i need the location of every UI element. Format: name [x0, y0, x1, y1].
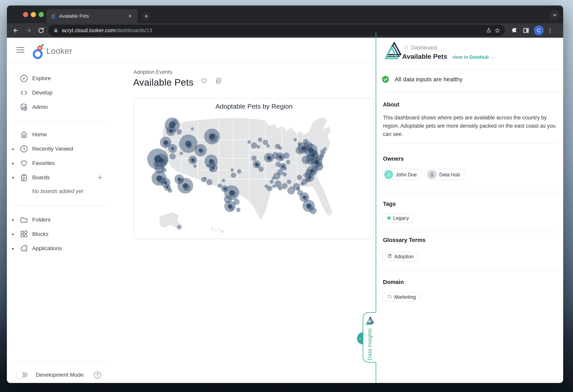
- tab-search-chevron-icon[interactable]: [550, 10, 560, 20]
- hawaii-shape: [211, 228, 224, 233]
- pet-bubble: [303, 196, 306, 199]
- tab-title: Available Pets: [59, 13, 126, 19]
- sidebar-item-label: Blocks: [32, 231, 48, 237]
- owner-pill[interactable]: Data Hub: [426, 169, 466, 180]
- domain-pill[interactable]: Marketing: [382, 292, 421, 302]
- sidebar-item-home[interactable]: Home: [0, 127, 110, 142]
- pet-bubble: [209, 159, 213, 163]
- pet-bubble: [230, 168, 234, 172]
- pet-bubble: [193, 164, 197, 168]
- folder-icon: [20, 215, 28, 224]
- pet-bubble: [218, 184, 222, 188]
- development-mode-toggle[interactable]: [17, 372, 28, 377]
- sidebar-item-label: Favorites: [32, 160, 55, 166]
- sidebar-item-folders[interactable]: ▸Folders: [0, 213, 110, 227]
- sidebar-item-boards[interactable]: ▾Boards+: [0, 170, 110, 185]
- sidebar-item-applications[interactable]: ▸Applications: [0, 241, 110, 255]
- glossary-term-icon: [387, 253, 392, 259]
- owner-pill[interactable]: JJohn Doe: [382, 169, 422, 180]
- pet-bubble: [297, 175, 302, 180]
- puzzle-icon: [20, 244, 28, 253]
- pet-bubble: [283, 152, 289, 159]
- sidebar-item-explore[interactable]: Explore: [0, 71, 110, 86]
- us-bubble-map[interactable]: [146, 113, 365, 236]
- pet-bubble: [308, 176, 312, 179]
- code-icon: [20, 88, 28, 97]
- pet-bubble: [185, 141, 192, 147]
- window-close-button[interactable]: [23, 12, 28, 17]
- window-zoom-button[interactable]: [39, 12, 44, 17]
- panel-divider: [383, 232, 559, 232]
- pet-bubble: [310, 207, 317, 214]
- domain-label: Marketing: [394, 294, 416, 300]
- browser-tab-strip: Available Pets × +: [7, 5, 563, 23]
- sidebar-divider: [11, 361, 109, 362]
- pet-bubble: [287, 180, 291, 184]
- favorite-heart-icon[interactable]: [200, 77, 208, 85]
- glossary-list: Adoption: [382, 252, 418, 261]
- url-bar[interactable]: acryl.cloud.looker.com/dashboards/13: [48, 25, 505, 36]
- pet-bubble: [178, 177, 181, 181]
- back-button[interactable]: [12, 26, 20, 35]
- sidebar-item-label: Explore: [32, 75, 51, 82]
- caret-right-icon[interactable]: ▸: [12, 246, 17, 251]
- pet-bubble: [169, 129, 173, 133]
- sidebar-item-admin[interactable]: Admin: [0, 100, 110, 114]
- pet-bubble: [169, 153, 176, 160]
- sidebar-item-recently-viewed[interactable]: ▸Recently Viewed: [0, 142, 110, 156]
- menu-hamburger-icon[interactable]: [17, 47, 24, 54]
- datahub-logo: [384, 41, 402, 60]
- pet-bubble: [323, 147, 327, 151]
- side-panel-icon[interactable]: [522, 26, 530, 35]
- caret-right-icon[interactable]: ▸: [12, 232, 17, 236]
- pet-bubble: [314, 160, 319, 165]
- domain-list: Marketing: [382, 292, 421, 302]
- pet-bubble: [159, 158, 164, 163]
- browser-menu-icon[interactable]: [546, 26, 554, 35]
- lock-icon: [53, 28, 58, 33]
- sidebar-item-favorites[interactable]: ▸Favorites: [0, 156, 110, 170]
- pet-bubble: [308, 148, 314, 153]
- window-minimize-button[interactable]: [31, 12, 36, 17]
- forward-button[interactable]: [24, 26, 33, 35]
- reload-button[interactable]: [37, 26, 45, 35]
- caret-right-icon[interactable]: ▸: [12, 217, 17, 222]
- add-to-board-icon[interactable]: [215, 77, 222, 85]
- pet-bubble: [212, 166, 215, 169]
- caret-right-icon[interactable]: ▸: [12, 146, 17, 151]
- shield-icon: [20, 103, 28, 111]
- panel-divider: [383, 69, 559, 70]
- entity-name: Available Pets: [402, 53, 447, 60]
- clock-icon: [20, 144, 28, 153]
- data-insights-tab[interactable]: Data Insights: [363, 312, 376, 363]
- sidebar-item-blocks[interactable]: ▸Blocks: [0, 227, 110, 241]
- profile-avatar[interactable]: C: [534, 26, 544, 35]
- pet-bubble: [265, 184, 268, 188]
- caret-right-icon[interactable]: ▸: [12, 161, 17, 166]
- view-in-datahub-link[interactable]: view in DataHub →: [452, 54, 495, 60]
- sidebar-item-develop[interactable]: Develop: [0, 86, 110, 100]
- help-icon[interactable]: ?: [94, 371, 101, 378]
- add-board-button[interactable]: +: [98, 173, 102, 182]
- extensions-icon[interactable]: [510, 26, 519, 35]
- pet-bubble: [263, 140, 268, 145]
- pet-bubble: [255, 163, 258, 166]
- glossary-term-pill[interactable]: Adoption: [382, 252, 418, 261]
- about-heading: About: [383, 101, 399, 108]
- breadcrumb[interactable]: Adoption Events: [134, 69, 172, 75]
- tag-pill[interactable]: Legacy: [382, 213, 414, 223]
- pet-bubble: [258, 138, 262, 142]
- heart-icon: [20, 159, 28, 167]
- owner-name: Data Hub: [439, 172, 460, 178]
- new-tab-button[interactable]: +: [142, 12, 151, 21]
- caret-down-icon[interactable]: ▾: [12, 175, 17, 180]
- pet-bubble: [286, 160, 290, 164]
- bookmark-star-icon[interactable]: [493, 26, 502, 35]
- browser-tab[interactable]: Available Pets ×: [47, 9, 138, 23]
- sidebar-item-label: Home: [32, 131, 47, 138]
- share-icon[interactable]: [484, 26, 493, 35]
- glossary-heading: Glossary Terms: [383, 237, 426, 243]
- tab-close-icon[interactable]: ×: [126, 13, 134, 20]
- pet-bubble: [278, 155, 282, 159]
- pet-bubble: [306, 203, 311, 208]
